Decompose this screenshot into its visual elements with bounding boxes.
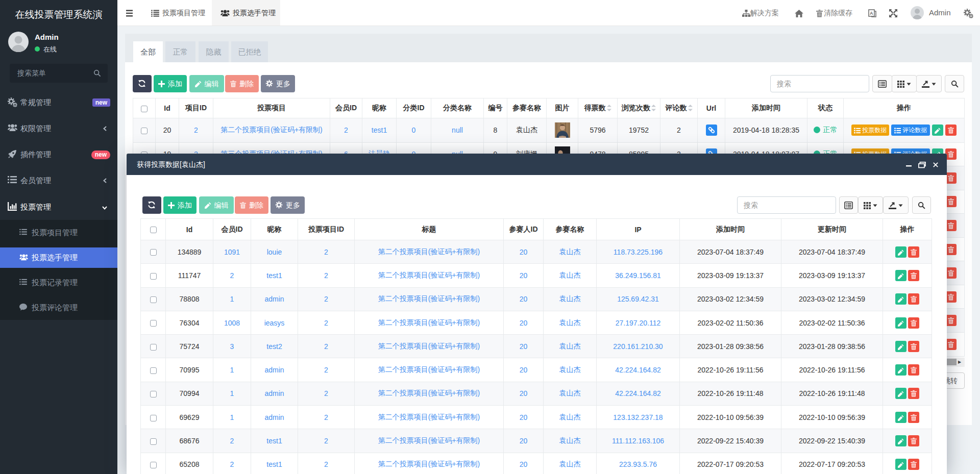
svg-text:A: A: [870, 11, 873, 16]
